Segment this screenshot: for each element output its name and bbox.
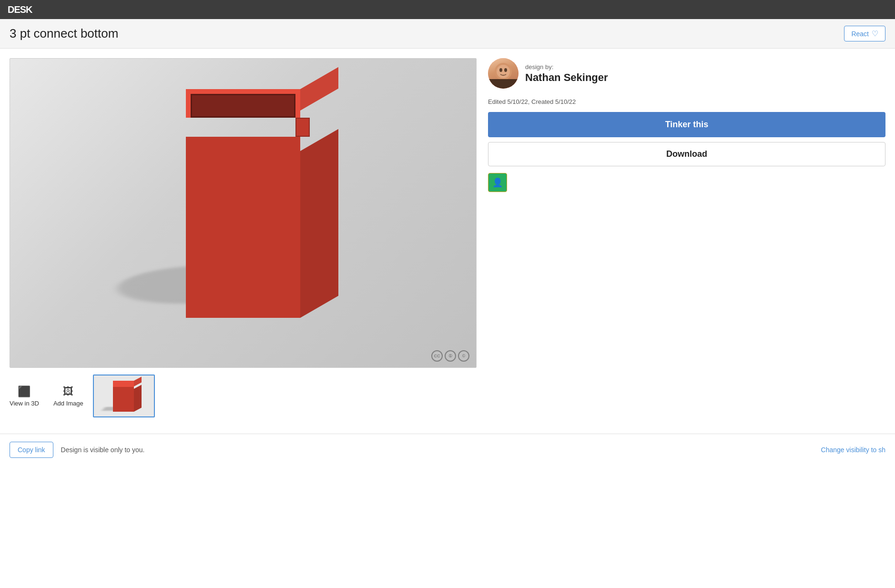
face-front <box>186 137 300 318</box>
top-nav-bar: DESK <box>0 0 895 19</box>
page-title: 3 pt connect bottom <box>10 26 118 41</box>
add-image-button[interactable]: 🖼 Add Image <box>53 385 83 407</box>
thumbnail-strip <box>93 373 155 419</box>
view-3d-button[interactable]: ⬛ View in 3D <box>10 385 39 407</box>
mini-right <box>134 385 142 412</box>
visibility-text: Design is visible only to you. <box>61 446 145 454</box>
follow-button[interactable]: 👤 <box>488 173 507 192</box>
person-icon: 👤 <box>492 177 503 188</box>
edit-info: Edited 5/10/22, Created 5/10/22 <box>488 98 885 105</box>
avatar-image <box>488 58 519 89</box>
face-top-right <box>300 67 338 111</box>
thumbnail-item[interactable] <box>93 375 155 417</box>
mini-top <box>113 381 134 387</box>
avatar-svg <box>488 58 519 89</box>
download-button[interactable]: Download <box>488 142 885 166</box>
cc-nd-icon: © <box>458 350 469 362</box>
thumbnail-mini-model <box>107 381 141 412</box>
view-3d-label: View in 3D <box>10 400 39 407</box>
designer-name-block: design by: Nathan Sekinger <box>525 63 608 84</box>
3d-model <box>157 89 329 318</box>
action-icons-row: 👤 <box>488 173 885 192</box>
face-right <box>300 129 338 318</box>
visibility-right: Change visibility to sh <box>821 446 885 454</box>
react-button[interactable]: React ♡ <box>844 26 885 41</box>
cc-by-icon: ① <box>445 350 456 362</box>
svg-point-2 <box>499 68 502 72</box>
model-viewer[interactable]: CC ① © <box>10 58 477 368</box>
svg-point-3 <box>504 68 507 72</box>
viewer-section: CC ① © ⬛ View in 3D 🖼 Add Image <box>10 58 477 419</box>
change-visibility-link[interactable]: Change visibility to sh <box>821 446 885 454</box>
app-logo: DESK <box>8 4 32 15</box>
cc-license-icons: CC ① © <box>431 350 469 362</box>
svg-point-1 <box>497 65 510 78</box>
cube-icon: ⬛ <box>18 385 31 398</box>
heart-icon: ♡ <box>872 29 878 38</box>
copy-link-button[interactable]: Copy link <box>10 442 53 458</box>
avatar <box>488 58 519 89</box>
designer-info: design by: Nathan Sekinger <box>488 58 885 89</box>
visibility-left: Copy link Design is visible only to you. <box>10 442 144 458</box>
visibility-bar: Copy link Design is visible only to you.… <box>0 434 895 466</box>
react-button-label: React <box>851 30 869 38</box>
cc-icon: CC <box>431 350 443 362</box>
svg-rect-4 <box>488 79 519 89</box>
main-content: CC ① © ⬛ View in 3D 🖼 Add Image <box>0 49 895 429</box>
image-icon: 🖼 <box>63 385 73 398</box>
mini-front <box>113 387 134 412</box>
face-tab <box>295 118 310 137</box>
add-image-label: Add Image <box>53 400 83 407</box>
page-title-bar: 3 pt connect bottom React ♡ <box>0 19 895 49</box>
face-inner-opening <box>191 94 295 118</box>
design-by-label: design by: <box>525 63 608 71</box>
box-shape <box>157 89 329 318</box>
viewer-toolbar: ⬛ View in 3D 🖼 Add Image <box>10 380 83 413</box>
right-panel: design by: Nathan Sekinger Edited 5/10/2… <box>488 58 885 192</box>
tinker-button[interactable]: Tinker this <box>488 112 885 137</box>
designer-name[interactable]: Nathan Sekinger <box>525 71 608 84</box>
